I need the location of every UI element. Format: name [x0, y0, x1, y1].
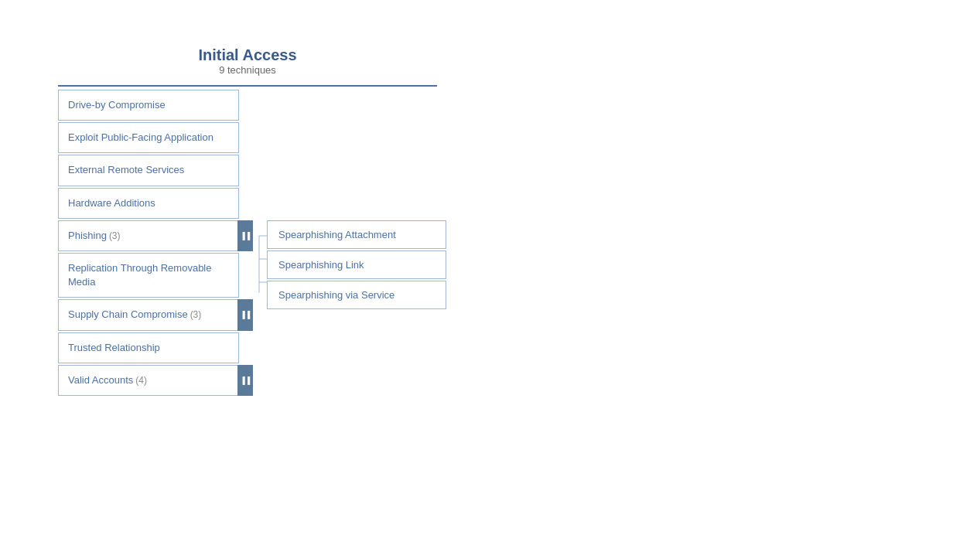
- list-item[interactable]: Phishing(3): [58, 220, 237, 251]
- list-item[interactable]: Hardware Additions: [58, 188, 239, 219]
- sub-technique-label: Spearphishing via Service: [278, 289, 394, 301]
- list-item[interactable]: Trusted Relationship: [58, 332, 239, 363]
- phishing-subtechniques: Spearphishing Attachment Spearphishing L…: [267, 220, 446, 311]
- list-item[interactable]: Replication Through Removable Media: [58, 253, 239, 298]
- page-container: Initial Access 9 techniques Drive-by Com…: [0, 0, 980, 396]
- list-item[interactable]: Supply Chain Compromise(3): [58, 299, 237, 330]
- list-item[interactable]: Drive-by Compromise: [58, 90, 239, 121]
- expand-icon: ▐▐: [241, 311, 251, 319]
- table-row: Replication Through Removable Media: [58, 253, 980, 298]
- phishing-count: (3): [109, 230, 121, 241]
- sub-technique-label: Spearphishing Link: [278, 259, 364, 271]
- title-divider: [58, 85, 437, 87]
- table-row: Hardware Additions: [58, 188, 980, 219]
- technique-label: Exploit Public-Facing Application: [68, 131, 213, 143]
- table-row: Drive-by Compromise: [58, 90, 980, 121]
- table-row: Valid Accounts(4) ▐▐: [58, 365, 980, 396]
- technique-label: Supply Chain Compromise: [68, 308, 188, 320]
- table-row: External Remote Services: [58, 155, 980, 186]
- supply-chain-expand-button[interactable]: ▐▐: [237, 299, 253, 330]
- sub-technique-item[interactable]: Spearphishing Link: [267, 250, 446, 279]
- techniques-wrapper: Drive-by Compromise Exploit Public-Facin…: [58, 90, 980, 396]
- table-row: Trusted Relationship: [58, 332, 980, 363]
- valid-accounts-expand-button[interactable]: ▐▐: [237, 365, 253, 396]
- expand-icon: ▐▐: [241, 232, 251, 240]
- table-row: Supply Chain Compromise(3) ▐▐: [58, 299, 980, 330]
- expand-icon: ▐▐: [241, 377, 251, 384]
- technique-label: Hardware Additions: [68, 197, 155, 209]
- sub-technique-item[interactable]: Spearphishing via Service: [267, 281, 446, 309]
- list-item[interactable]: Exploit Public-Facing Application: [58, 122, 239, 153]
- page-subtitle: 9 techniques: [58, 64, 437, 76]
- phishing-row: Phishing(3) ▐▐ Spearphishing Attachment: [58, 220, 980, 251]
- sub-technique-label: Spearphishing Attachment: [278, 229, 396, 240]
- list-item[interactable]: Valid Accounts(4): [58, 365, 237, 396]
- technique-label: Valid Accounts: [68, 374, 133, 386]
- phishing-expand-button[interactable]: ▐▐: [237, 220, 253, 251]
- valid-accounts-count: (4): [135, 375, 147, 386]
- connector-svg: [251, 220, 267, 311]
- sub-technique-item[interactable]: Spearphishing Attachment: [267, 220, 446, 249]
- list-item[interactable]: External Remote Services: [58, 155, 239, 186]
- technique-label: Replication Through Removable Media: [68, 262, 211, 288]
- title-section: Initial Access 9 techniques: [58, 46, 437, 76]
- table-row: Exploit Public-Facing Application: [58, 122, 980, 153]
- technique-label: External Remote Services: [68, 164, 184, 175]
- technique-label: Trusted Relationship: [68, 342, 160, 353]
- technique-label: Drive-by Compromise: [68, 99, 166, 111]
- technique-label: Phishing: [68, 230, 107, 241]
- page-title: Initial Access: [58, 46, 437, 64]
- supply-chain-count: (3): [190, 309, 202, 320]
